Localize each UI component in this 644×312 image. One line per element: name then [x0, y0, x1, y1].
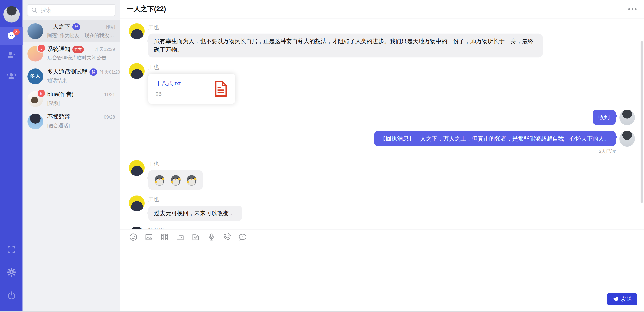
conversation-info: 系统通知 官方 昨天12:39 后台管理仓库临时关闭公告: [47, 46, 115, 62]
message-input-area[interactable]: [120, 245, 644, 293]
message-body: 王也 过去无可挽回，未来可以改变 。: [148, 195, 242, 221]
microphone-button[interactable]: [207, 233, 216, 242]
conversation-item[interactable]: 一人之下 群 刚刚 阿莲: 作为朋友，现在的我没法...: [23, 20, 120, 42]
call-icon: [222, 233, 231, 241]
microphone-icon: [207, 233, 215, 241]
conversation-time: 09/28: [101, 115, 115, 120]
settings-button[interactable]: [0, 262, 23, 283]
conversation-item[interactable]: 3 系统通知 官方 昨天12:39 后台管理仓库临时关闭公告: [23, 42, 120, 65]
conversation-time: 昨天01:29: [97, 69, 120, 75]
app-window: 8: [0, 0, 644, 312]
message-body: 王也 虽有幸生而为人，也不要以万物灵长自居，正是这种妄自尊大的想法，才阻碍了人类…: [148, 23, 543, 57]
conversation-info: 不摇碧莲 09/28 [语音通话]: [47, 113, 115, 129]
message: 王也 虽有幸生而为人，也不要以万物灵长自居，正是这种妄自尊大的想法，才阻碍了人类…: [129, 23, 635, 57]
search-box[interactable]: [27, 4, 116, 16]
conversation-info: blue(作者) 11/21 [视频]: [47, 91, 115, 107]
conversation-avatar: 多人: [27, 68, 43, 84]
message: 【回执消息】一人之下，万人之上，但真正的强者，是那些能够超越自我、心怀天下的人。…: [129, 131, 635, 154]
conversation-preview: 后台管理仓库临时关闭公告: [47, 55, 115, 62]
file-info: 十八式.txt 0B: [156, 79, 181, 98]
penguin-sticker: [185, 174, 198, 187]
conversation-info: 一人之下 群 刚刚 阿莲: 作为朋友，现在的我没法...: [47, 23, 115, 39]
input-toolbar: [120, 229, 644, 245]
message: 王也: [129, 160, 635, 190]
message-body: 王也 十八式.txt 0B: [148, 63, 235, 104]
message-bubble: 【回执消息】一人之下，万人之上，但真正的强者，是那些能够超越自我、心怀天下的人。: [374, 131, 616, 146]
chat-title: 一人之下(22): [127, 5, 166, 14]
scrollbar-thumb[interactable]: [641, 41, 643, 203]
penguin-sticker: [169, 174, 182, 187]
contacts-icon: [6, 50, 16, 60]
nav-item-contacts[interactable]: [0, 45, 23, 65]
emoji-button[interactable]: [128, 233, 138, 242]
nav-item-groups[interactable]: [0, 65, 23, 86]
conversation-list: 一人之下 群 刚刚 阿莲: 作为朋友，现在的我没法... 3 系统通知 官方 昨…: [23, 20, 120, 311]
conversation-avatar: [27, 114, 43, 129]
message-bubble: 虽有幸生而为人，也不要以万物灵长自居，正是这种妄自尊大的想法，才阻碍了人类的进步…: [148, 34, 543, 58]
conversation-panel: 一人之下 群 刚刚 阿莲: 作为朋友，现在的我没法... 3 系统通知 官方 昨…: [23, 0, 120, 311]
conversation-time: 昨天12:39: [92, 46, 115, 52]
folder-button[interactable]: [175, 233, 184, 242]
message-body: 王也: [148, 160, 203, 190]
folder-icon: [176, 233, 184, 241]
user-avatar[interactable]: [3, 6, 19, 22]
logout-button[interactable]: [0, 285, 23, 306]
more-button[interactable]: [238, 233, 247, 242]
nav-item-messages[interactable]: 8: [0, 27, 23, 45]
unread-count-badge: 3: [37, 44, 46, 52]
message: 王也 十八式.txt 0B: [129, 63, 635, 104]
gear-icon: [6, 267, 16, 277]
video-button[interactable]: [160, 233, 169, 242]
conversation-time: 11/21: [101, 92, 115, 97]
message: 张楚岚 作为朋友，现在的我没法保证救你逃出生天，我能保证的只有...如果你真的会…: [129, 227, 635, 229]
message-sender-name: 王也: [148, 24, 543, 31]
conversation-info: 多人通话测试群 群 昨天01:29 通话结束: [47, 68, 115, 84]
conversation-item[interactable]: 5 blue(作者) 11/21 [视频]: [23, 87, 120, 110]
conversation-item[interactable]: 不摇碧莲 09/28 [语音通话]: [23, 110, 120, 133]
search-input[interactable]: [40, 7, 111, 14]
read-status[interactable]: 3人已读: [599, 148, 616, 154]
message-sender-avatar[interactable]: [129, 23, 145, 39]
conversation-name: 系统通知: [47, 46, 70, 53]
message-sender-name: 王也: [148, 161, 203, 168]
message-sender-avatar[interactable]: [129, 227, 145, 229]
more-options-button[interactable]: [628, 7, 637, 11]
conversation-name: 多人通话测试群: [47, 68, 88, 76]
video-icon: [160, 233, 168, 241]
messages-unread-badge: 8: [13, 29, 20, 35]
fullscreen-button[interactable]: [0, 239, 23, 260]
message-sender-avatar[interactable]: [129, 63, 145, 79]
conversation-preview: [语音通话]: [47, 122, 115, 129]
group-icon: [6, 71, 16, 80]
message-bubble: [148, 170, 203, 190]
search-row: [23, 0, 120, 20]
image-button[interactable]: [144, 233, 153, 242]
txt-file-icon: [214, 81, 228, 97]
image-icon: [144, 233, 153, 241]
conversation-preview: 阿莲: 作为朋友，现在的我没法...: [47, 32, 115, 39]
message-bubble: 收到: [593, 110, 616, 125]
conversation-avatar: [27, 23, 43, 39]
unread-count-badge: 5: [37, 89, 46, 97]
message: 王也 过去无可挽回，未来可以改变 。: [129, 195, 635, 221]
conversation-avatar: 3: [27, 46, 43, 61]
send-button[interactable]: 发送: [607, 293, 637, 305]
file-name-link[interactable]: 十八式.txt: [156, 79, 181, 88]
message-sender-avatar[interactable]: [619, 110, 635, 125]
conversation-name: blue(作者): [47, 91, 74, 98]
message-list: 王也 虽有幸生而为人，也不要以万物灵长自居，正是这种妄自尊大的想法，才阻碍了人类…: [120, 18, 644, 229]
conversation-item[interactable]: 多人 多人通话测试群 群 昨天01:29 通话结束: [23, 65, 120, 88]
file-message-card[interactable]: 十八式.txt 0B: [148, 74, 235, 104]
call-button[interactable]: [222, 233, 231, 242]
conversation-name: 一人之下: [47, 23, 70, 30]
message-sender-avatar[interactable]: [129, 195, 145, 211]
message-sender-avatar[interactable]: [129, 160, 145, 176]
conversation-preview: [视频]: [47, 100, 115, 107]
penguin-sticker: [153, 174, 166, 187]
conversation-avatar: 5: [27, 91, 43, 107]
screenshot-button[interactable]: [191, 233, 200, 242]
conversation-time: 刚刚: [104, 24, 115, 30]
chat-header: 一人之下(22): [120, 0, 644, 18]
message-sender-name: 王也: [148, 196, 242, 203]
message-sender-avatar[interactable]: [619, 131, 635, 147]
